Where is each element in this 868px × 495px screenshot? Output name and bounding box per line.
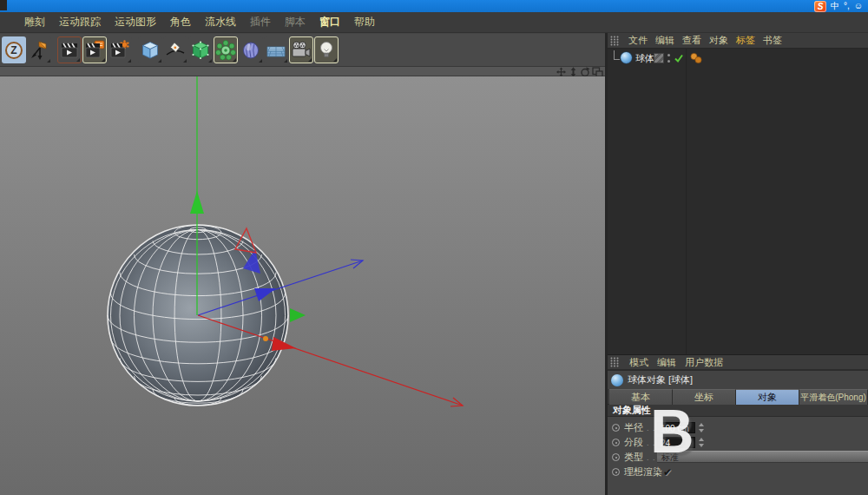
add-spline-button[interactable]	[163, 36, 187, 63]
right-panel: 文件 编辑 查看 对象 标签 书签 球体	[608, 33, 868, 495]
keyframe-circle-icon[interactable]	[612, 468, 620, 476]
menu-mograph[interactable]: 运动图形	[115, 15, 156, 30]
menu-character[interactable]: 角色	[170, 15, 191, 30]
ime-lang-toggle[interactable]: 中	[831, 0, 839, 12]
menu-pipeline[interactable]: 流水线	[205, 15, 236, 30]
panel-grip-icon[interactable]	[610, 36, 619, 46]
camera-icon	[291, 40, 312, 61]
panel-grip-icon[interactable]	[610, 357, 619, 367]
viewport-panel	[0, 66, 606, 495]
type-dropdown[interactable]: 标准	[657, 451, 868, 463]
add-primitive-button[interactable]	[138, 36, 162, 63]
ime-tray: S 中 °, ☺	[814, 0, 863, 12]
am-menu-edit[interactable]: 编辑	[657, 356, 676, 369]
visibility-dots[interactable]	[667, 54, 671, 63]
render-clapperboard-icon	[59, 40, 80, 61]
ime-emoji-icon[interactable]: ☺	[854, 0, 863, 12]
radius-label: 半径	[624, 421, 643, 434]
add-environment-button[interactable]	[239, 36, 263, 63]
floor-grid-icon	[266, 40, 286, 61]
om-menu-object[interactable]: 对象	[709, 34, 728, 47]
render-to-picture-viewer-button[interactable]	[82, 36, 107, 63]
radius-row: 半径 . . . 100 cm	[608, 420, 868, 435]
axis-workplane-button[interactable]	[27, 36, 51, 63]
segments-row: 分段 . . . 24	[608, 435, 868, 450]
spline-pen-icon	[165, 40, 186, 61]
ime-punct-toggle[interactable]: °,	[844, 0, 850, 12]
segments-input[interactable]: 24	[657, 437, 695, 448]
keyframe-circle-icon[interactable]	[612, 453, 620, 461]
object-manager-menubar: 文件 编辑 查看 对象 标签 书签	[608, 33, 868, 49]
z-tool-icon: Z	[5, 42, 23, 59]
tab-phong[interactable]: 平滑着色(Phong)	[799, 389, 868, 405]
menu-window[interactable]: 窗口	[319, 15, 340, 30]
tab-basic[interactable]: 基本	[609, 389, 673, 405]
om-menu-bookmarks[interactable]: 书签	[763, 34, 782, 47]
render-settings-button[interactable]	[108, 36, 132, 63]
layer-swatch[interactable]	[654, 53, 664, 63]
attribute-object-title: 球体对象 [球体]	[628, 373, 693, 386]
add-light-button[interactable]	[314, 36, 339, 63]
main-menubar: 雕刻 运动跟踪 运动图形 角色 流水线 插件 脚本 窗口 帮助	[0, 12, 868, 33]
am-menu-mode[interactable]: 模式	[629, 356, 648, 369]
menu-motion-tracking[interactable]: 运动跟踪	[59, 15, 101, 30]
om-menu-file[interactable]: 文件	[628, 34, 648, 47]
add-camera-button[interactable]	[289, 36, 313, 63]
enabled-check-icon[interactable]	[674, 53, 684, 63]
keyframe-circle-icon[interactable]	[612, 424, 620, 432]
deformer-gear-icon	[215, 40, 236, 61]
render-settings-gear-icon	[109, 40, 130, 61]
om-menu-tags[interactable]: 标签	[736, 34, 755, 47]
object-tree[interactable]: 球体	[608, 49, 868, 354]
object-row-sphere[interactable]: 球体	[608, 50, 868, 66]
sogou-ime-icon[interactable]: S	[814, 1, 826, 12]
tree-column-divider	[686, 49, 687, 354]
am-menu-userdata[interactable]: 用户数据	[685, 356, 723, 369]
tab-object[interactable]: 对象	[736, 389, 799, 405]
menu-plugins[interactable]: 插件	[250, 15, 271, 30]
render-picture-icon	[84, 40, 105, 61]
z-tool-button[interactable]: Z	[2, 36, 26, 63]
ideal-render-checkbox[interactable]: ✔	[663, 466, 672, 478]
add-deformer-button[interactable]	[214, 36, 238, 63]
attribute-body: 半径 . . . 100 cm 分段 . . . 24 类型 . . . 标准 …	[608, 417, 868, 495]
tab-coordinates[interactable]: 坐标	[673, 389, 736, 405]
radius-input[interactable]: 100 cm	[657, 422, 695, 433]
viewport-canvas[interactable]	[0, 76, 606, 495]
type-label: 类型	[624, 451, 643, 464]
axis-cube-icon	[29, 40, 49, 61]
sphere-object-icon[interactable]	[621, 52, 632, 63]
ideal-render-row: 理想渲染 ✔	[608, 465, 868, 479]
add-generator-button[interactable]	[188, 36, 213, 63]
cube-primitive-icon	[140, 40, 161, 61]
menu-sculpt[interactable]: 雕刻	[24, 15, 45, 30]
render-view-button[interactable]	[57, 36, 82, 63]
radius-spinner[interactable]	[698, 422, 705, 433]
keyframe-circle-icon[interactable]	[612, 439, 620, 446]
om-menu-view[interactable]: 查看	[682, 34, 701, 47]
main-toolbar: Z	[0, 34, 606, 66]
viewport-background	[0, 76, 606, 495]
attribute-tabs: 基本 坐标 对象 平滑着色(Phong)	[608, 389, 868, 405]
light-bulb-icon	[316, 40, 337, 61]
object-properties-header: 对象属性	[608, 405, 868, 417]
app-icon	[0, 0, 7, 10]
object-name[interactable]: 球体	[635, 52, 654, 65]
sphere-object-icon	[611, 374, 623, 386]
segments-spinner[interactable]	[698, 437, 705, 448]
window-titlebar: S 中 °, ☺	[0, 0, 868, 12]
segments-label: 分段	[624, 436, 643, 449]
om-menu-edit[interactable]: 编辑	[655, 34, 674, 47]
generator-cube-icon	[190, 40, 211, 61]
add-floor-button[interactable]	[264, 36, 288, 63]
attribute-manager-menubar: 模式 编辑 用户数据	[608, 354, 868, 370]
phong-tag-icon[interactable]	[689, 52, 703, 64]
viewport-header	[0, 66, 606, 76]
menu-script[interactable]: 脚本	[285, 15, 306, 30]
ideal-render-label: 理想渲染	[624, 465, 662, 478]
attribute-object-header: 球体对象 [球体]	[608, 371, 868, 389]
menu-help[interactable]: 帮助	[354, 15, 375, 30]
type-row: 类型 . . . 标准	[608, 450, 868, 465]
hierarchy-line	[614, 50, 620, 60]
gizmo-center-dot[interactable]	[263, 336, 268, 341]
